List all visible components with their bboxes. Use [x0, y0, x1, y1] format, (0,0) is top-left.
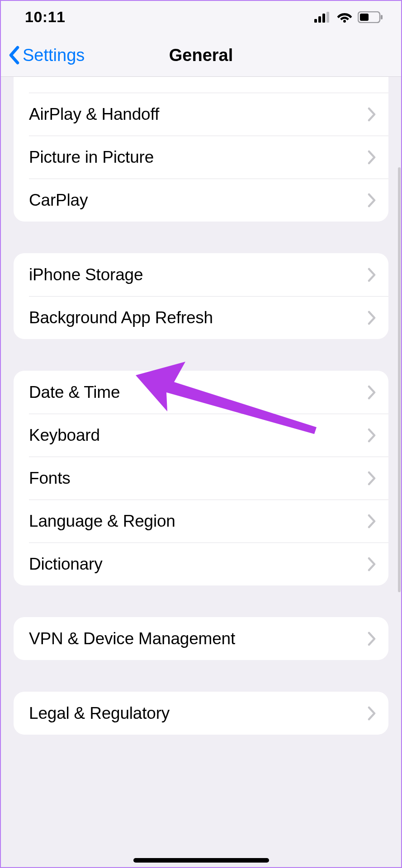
- settings-group: Date & Time Keyboard Fonts Language & Re…: [14, 371, 388, 585]
- chevron-right-icon: [368, 428, 376, 443]
- settings-group: VPN & Device Management: [14, 617, 388, 660]
- row-label: Date & Time: [29, 383, 120, 402]
- scrollbar-indicator: [398, 167, 401, 592]
- chevron-right-icon: [368, 385, 376, 400]
- row-label: CarPlay: [29, 191, 88, 210]
- chevron-right-icon: [368, 268, 376, 282]
- status-icons: [314, 11, 383, 23]
- row-label: Fonts: [29, 469, 71, 488]
- settings-row-hidden[interactable]: .: [14, 81, 388, 93]
- settings-row-lang-region[interactable]: Language & Region: [14, 500, 388, 542]
- settings-group: . AirPlay & Handoff Picture in Picture C…: [14, 77, 388, 222]
- back-button[interactable]: Settings: [0, 46, 85, 65]
- chevron-right-icon: [368, 311, 376, 325]
- wifi-icon: [337, 12, 352, 23]
- settings-row-pip[interactable]: Picture in Picture: [14, 136, 388, 179]
- row-label: AirPlay & Handoff: [29, 105, 159, 124]
- chevron-right-icon: [368, 632, 376, 646]
- back-label: Settings: [23, 46, 85, 65]
- chevron-right-icon: [368, 514, 376, 528]
- svg-rect-2: [322, 14, 325, 23]
- row-label: Legal & Regulatory: [29, 704, 170, 723]
- svg-point-4: [343, 20, 346, 23]
- chevron-right-icon: [368, 557, 376, 571]
- settings-row-date-time[interactable]: Date & Time: [14, 371, 388, 414]
- svg-rect-1: [318, 16, 321, 23]
- settings-content: . AirPlay & Handoff Picture in Picture C…: [0, 77, 402, 735]
- row-label: Picture in Picture: [29, 148, 154, 167]
- home-indicator[interactable]: [133, 858, 269, 863]
- settings-row-storage[interactable]: iPhone Storage: [14, 253, 388, 296]
- nav-bar: Settings General: [0, 34, 402, 77]
- settings-group: Legal & Regulatory: [14, 692, 388, 735]
- nav-title: General: [169, 46, 233, 65]
- row-label: iPhone Storage: [29, 265, 143, 284]
- svg-rect-6: [381, 15, 383, 19]
- settings-row-keyboard[interactable]: Keyboard: [14, 414, 388, 457]
- battery-icon: [358, 11, 383, 23]
- chevron-left-icon: [8, 46, 20, 65]
- settings-row-fonts[interactable]: Fonts: [14, 457, 388, 500]
- chevron-right-icon: [368, 471, 376, 486]
- row-label: VPN & Device Management: [29, 629, 235, 648]
- chevron-right-icon: [368, 107, 376, 122]
- svg-rect-7: [360, 14, 369, 21]
- status-bar: 10:11: [0, 0, 402, 34]
- row-label: Language & Region: [29, 512, 175, 531]
- svg-rect-0: [314, 19, 317, 23]
- settings-row-bg-refresh[interactable]: Background App Refresh: [14, 296, 388, 339]
- row-label: Dictionary: [29, 555, 103, 574]
- svg-rect-3: [326, 12, 329, 23]
- chevron-right-icon: [368, 150, 376, 165]
- settings-group: iPhone Storage Background App Refresh: [14, 253, 388, 339]
- settings-row-vpn[interactable]: VPN & Device Management: [14, 617, 388, 660]
- settings-row-airplay[interactable]: AirPlay & Handoff: [14, 93, 388, 136]
- settings-row-dictionary[interactable]: Dictionary: [14, 542, 388, 585]
- status-time: 10:11: [25, 8, 65, 26]
- row-label: Background App Refresh: [29, 308, 213, 327]
- chevron-right-icon: [368, 706, 376, 721]
- settings-row-carplay[interactable]: CarPlay: [14, 179, 388, 222]
- cellular-signal-icon: [314, 12, 331, 23]
- row-label: Keyboard: [29, 426, 100, 445]
- settings-row-legal[interactable]: Legal & Regulatory: [14, 692, 388, 735]
- chevron-right-icon: [368, 193, 376, 208]
